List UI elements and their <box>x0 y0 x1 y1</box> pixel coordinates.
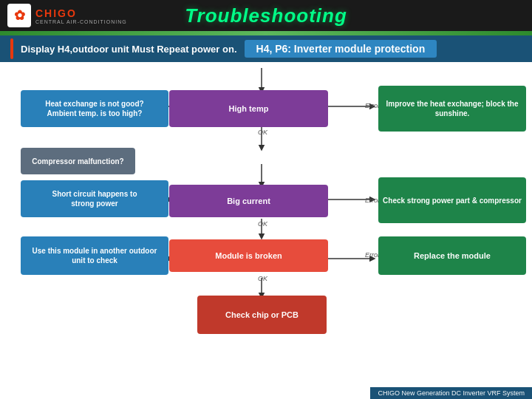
flow-container: High temp Error OK Heat exchange is not … <box>10 68 522 369</box>
check-chip-box: Check chip or PCB <box>197 296 327 334</box>
accent-bar <box>10 38 13 59</box>
ok-label-2: OK <box>258 220 267 228</box>
compressor-malfunction-box: Compressor malfunction? <box>21 148 135 174</box>
high-temp-box: High temp <box>169 90 328 127</box>
page-title: Troubleshooting <box>185 4 347 27</box>
brand-sub: CENTRAL AIR-CONDITIONING <box>35 19 127 24</box>
improve-heat-box: Improve the heat exchange; block the sun… <box>378 86 526 132</box>
subtitle-right: H4, P6: Inverter module protection <box>245 40 437 58</box>
ok-label-1: OK <box>258 129 267 136</box>
heat-exchange-box: Heat exchange is not good? Ambient temp.… <box>21 90 168 127</box>
short-circuit-box: Short circuit happens to strong power <box>21 180 168 217</box>
error-label-2: Error <box>365 197 380 204</box>
main-content: High temp Error OK Heat exchange is not … <box>0 62 532 372</box>
logo-icon: ✿ <box>7 4 31 27</box>
subtitle-bar: Display H4,outdoor unit Must Repeat powe… <box>0 35 532 62</box>
module-broken-box: Module is broken <box>169 239 328 272</box>
error-label-1: Error <box>365 102 380 109</box>
footer: CHIGO New Generation DC Inverter VRF Sys… <box>370 387 532 399</box>
logo-area: ✿ CHIGO CENTRAL AIR-CONDITIONING <box>7 4 127 27</box>
check-strong-box: Check strong power part & compressor <box>378 177 526 223</box>
ok-label-3: OK <box>258 275 267 282</box>
header: ✿ CHIGO CENTRAL AIR-CONDITIONING Trouble… <box>0 0 532 31</box>
use-module-box: Use this module in another outdoor unit … <box>21 236 168 275</box>
footer-text: CHIGO New Generation DC Inverter VRF Sys… <box>378 389 525 397</box>
error-label-3: Error <box>365 251 380 259</box>
replace-module-box: Replace the module <box>378 236 526 275</box>
subtitle-left: Display H4,outdoor unit Must Repeat powe… <box>21 44 237 55</box>
big-current-box: Big current <box>169 185 328 217</box>
logo-text: CHIGO CENTRAL AIR-CONDITIONING <box>35 7 127 24</box>
brand-name: CHIGO <box>35 7 127 19</box>
